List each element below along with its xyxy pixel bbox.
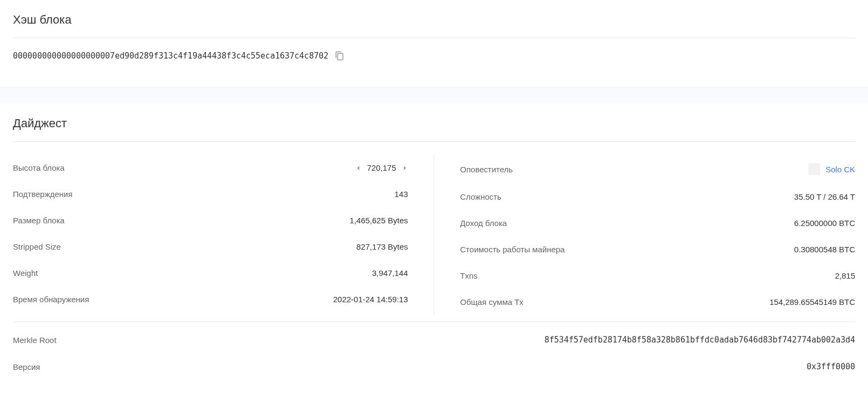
hash-row: 000000000000000000007ed90d289f313c4f19a4… [13,51,855,61]
label-version: Версия [13,362,40,371]
label-fee-reward: Стоимость работы майнера [460,245,565,254]
value-difficulty: 35.50 T / 26.64 T [794,192,855,201]
next-block-arrow-icon[interactable] [401,165,408,171]
row-block-height: Высота блока 720,175 [13,155,408,181]
label-difficulty: Сложность [460,192,501,201]
value-fee-reward: 0.30800548 BTC [794,245,855,254]
block-height-value: 720,175 [367,163,396,172]
label-total-tx: Общая сумма Tx [460,297,523,307]
hash-section: Хэш блока 000000000000000000007ed90d289f… [0,0,868,78]
row-discovery-time: Время обнаружения 2022-01-24 14:59:13 [13,286,408,312]
miner-link[interactable]: Solo CK [826,165,855,174]
prev-block-arrow-icon[interactable] [355,165,362,171]
value-stripped-size: 827,173 Bytes [356,242,408,251]
label-block-size: Размер блока [13,216,64,225]
label-txns: Txns [460,271,478,280]
divider [13,141,855,142]
value-version: 0x3fff0000 [807,362,855,371]
digest-right-col: Оповеститель Solo CK Сложность 35.50 T /… [434,155,855,315]
value-weight: 3,947,144 [372,268,408,278]
row-stripped-size: Stripped Size 827,173 Bytes [13,234,408,260]
value-block-size: 1,465,625 Bytes [350,216,408,225]
label-confirmations: Подтверждения [13,190,73,199]
value-relayed-by: Solo CK [808,163,855,175]
value-block-reward: 6.25000000 BTC [794,218,855,228]
value-block-height-nav: 720,175 [355,163,408,172]
digest-section-title: Дайджест [13,116,855,130]
row-merkle-root: Merkle Root 8f534f57edfb28174b8f58a328b8… [13,326,855,353]
digest-section: Дайджест Высота блока 720,175 Подтвержде… [0,116,868,393]
digest-left-col: Высота блока 720,175 Подтверждения 143 Р… [13,155,434,315]
label-stripped-size: Stripped Size [13,242,61,251]
digest-two-col: Высота блока 720,175 Подтверждения 143 Р… [13,155,855,315]
spacer-band [0,86,868,104]
miner-badge-icon [808,163,820,175]
label-block-height: Высота блока [13,163,64,172]
label-merkle-root: Merkle Root [13,336,56,345]
row-block-reward: Доход блока 6.25000000 BTC [460,210,855,236]
row-relayed-by: Оповеститель Solo CK [460,155,855,184]
row-difficulty: Сложность 35.50 T / 26.64 T [460,184,855,210]
row-version: Версия 0x3fff0000 [13,353,855,380]
label-weight: Weight [13,268,38,278]
value-confirmations: 143 [394,190,408,199]
divider [13,38,855,38]
value-merkle-root: 8f534f57edfb28174b8f58a328b861bffdc0adab… [544,335,855,345]
value-total-tx: 154,289.65545149 BTC [770,297,855,307]
section-divider [13,322,855,322]
row-total-tx: Общая сумма Tx 154,289.65545149 BTC [460,289,855,315]
value-discovery-time: 2022-01-24 14:59:13 [333,295,408,304]
copy-icon[interactable] [335,51,345,61]
row-block-size: Размер блока 1,465,625 Bytes [13,207,408,234]
label-discovery-time: Время обнаружения [13,295,89,304]
row-weight: Weight 3,947,144 [13,260,408,286]
row-confirmations: Подтверждения 143 [13,181,408,207]
label-block-reward: Доход блока [460,218,507,228]
row-txns: Txns 2,815 [460,263,855,289]
value-txns: 2,815 [835,271,855,280]
label-relayed-by: Оповеститель [460,165,513,174]
row-fee-reward: Стоимость работы майнера 0.30800548 BTC [460,236,855,263]
block-hash-value: 000000000000000000007ed90d289f313c4f19a4… [13,51,328,61]
hash-section-title: Хэш блока [13,13,855,27]
